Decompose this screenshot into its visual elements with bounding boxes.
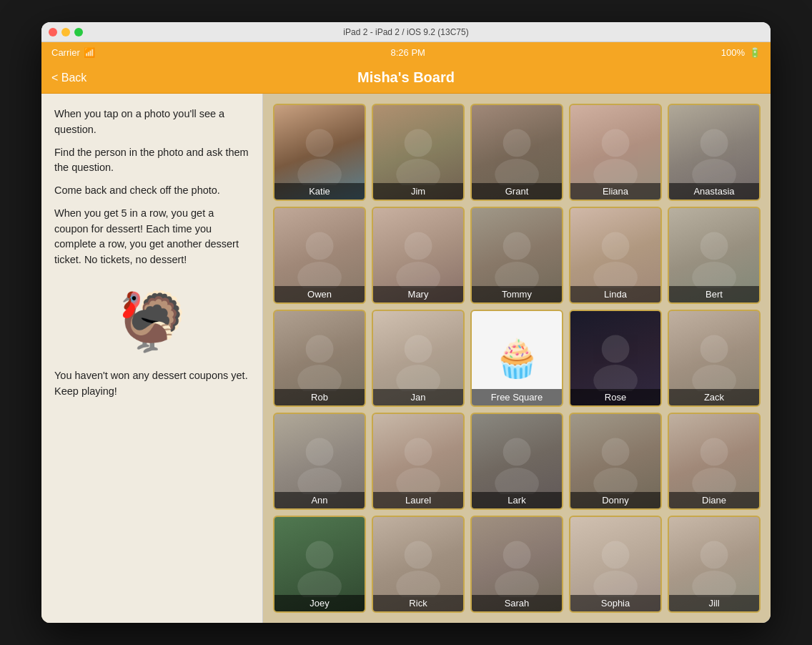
cell-label: Mary — [373, 286, 463, 302]
svg-point-20 — [306, 335, 334, 363]
cell-tommy[interactable]: Tommy — [470, 207, 563, 304]
svg-point-3 — [396, 159, 440, 185]
grid-row-2: Rob Jan🧁Free Square Rose Zack — [273, 310, 761, 407]
cell-label: Joey — [274, 595, 365, 611]
svg-point-25 — [593, 365, 638, 391]
svg-point-28 — [306, 438, 334, 466]
bingo-grid: Katie Jim Grant Eliana Anastasia Owen Ma… — [263, 94, 771, 623]
cell-label: Rick — [373, 595, 463, 611]
svg-point-41 — [396, 571, 440, 597]
grid-row-4: Joey Rick Sarah Sophia Jill — [273, 516, 761, 613]
cell-sarah[interactable]: Sarah — [470, 516, 563, 613]
cell-label: Katie — [274, 183, 365, 200]
ios-status-bar: Carrier 📶 8:26 PM 100% 🔋 — [41, 42, 771, 62]
cell-zack[interactable]: Zack — [668, 310, 761, 407]
svg-point-37 — [692, 468, 736, 494]
cell-donny[interactable]: Donny — [569, 413, 662, 510]
board-title: Misha's Board — [357, 69, 455, 86]
minimize-button[interactable] — [61, 28, 70, 36]
back-button[interactable]: < Back — [51, 72, 86, 84]
svg-point-24 — [602, 335, 630, 363]
cell-joey[interactable]: Joey — [273, 516, 366, 613]
cell-rick[interactable]: Rick — [372, 516, 465, 613]
cell-label: Tommy — [472, 286, 562, 302]
instruction-3: Come back and check off the photo. — [54, 183, 249, 199]
cell-free-square[interactable]: 🧁Free Square — [470, 310, 563, 407]
sidebar: When you tap on a photo you'll see a que… — [41, 94, 263, 623]
cell-label: Eliana — [570, 183, 660, 200]
cell-jim[interactable]: Jim — [372, 104, 465, 201]
cell-label: Laurel — [373, 492, 463, 508]
cell-grant[interactable]: Grant — [470, 104, 563, 201]
battery-icon: 🔋 — [749, 47, 761, 58]
svg-point-26 — [700, 335, 728, 363]
cell-anastasia[interactable]: Anastasia — [668, 104, 761, 201]
svg-point-29 — [297, 468, 342, 494]
cell-lark[interactable]: Lark — [470, 413, 563, 510]
svg-point-13 — [396, 262, 440, 288]
cell-label: Sarah — [472, 595, 562, 611]
status-right: 100% 🔋 — [721, 47, 761, 58]
cell-label: Diane — [669, 492, 759, 508]
svg-point-32 — [503, 438, 531, 466]
cell-jan[interactable]: Jan — [372, 310, 465, 407]
nav-bar: < Back Misha's Board — [41, 62, 771, 94]
cell-linda[interactable]: Linda — [569, 207, 662, 304]
cell-label: Donny — [570, 492, 660, 508]
instructions: When you tap on a photo you'll see a que… — [54, 107, 249, 275]
svg-point-10 — [306, 232, 334, 260]
maximize-button[interactable] — [74, 28, 83, 36]
cell-jill[interactable]: Jill — [668, 516, 761, 613]
cell-ann[interactable]: Ann — [273, 413, 366, 510]
cell-sophia[interactable]: Sophia — [569, 516, 662, 613]
cell-label: Free Square — [472, 389, 562, 405]
svg-point-31 — [396, 468, 440, 494]
cell-label: Sophia — [570, 595, 660, 611]
svg-point-35 — [593, 468, 638, 494]
instruction-2: Find the person in the photo and ask the… — [54, 145, 249, 177]
grid-row-0: Katie Jim Grant Eliana Anastasia — [273, 104, 761, 201]
svg-point-27 — [692, 365, 736, 391]
cell-diane[interactable]: Diane — [668, 413, 761, 510]
svg-point-23 — [396, 365, 440, 391]
svg-point-21 — [297, 365, 342, 391]
cell-laurel[interactable]: Laurel — [372, 413, 465, 510]
cell-label: Rose — [570, 389, 660, 405]
svg-point-15 — [495, 262, 539, 288]
svg-point-1 — [297, 159, 342, 185]
svg-point-17 — [593, 262, 638, 288]
cell-label: Anastasia — [669, 183, 759, 200]
cell-label: Ann — [274, 492, 365, 508]
svg-point-42 — [503, 541, 531, 568]
svg-point-18 — [700, 232, 728, 260]
close-button[interactable] — [49, 28, 57, 36]
svg-point-0 — [306, 129, 334, 157]
cell-rose[interactable]: Rose — [569, 310, 662, 407]
svg-point-36 — [700, 438, 728, 466]
svg-point-39 — [297, 571, 342, 597]
cell-label: Rob — [274, 389, 365, 405]
svg-point-33 — [495, 468, 539, 494]
cell-katie[interactable]: Katie — [273, 104, 366, 201]
cell-bert[interactable]: Bert — [668, 207, 761, 304]
svg-point-46 — [700, 541, 728, 568]
cell-label: Zack — [669, 389, 759, 405]
cell-label: Jill — [669, 595, 759, 611]
svg-point-11 — [297, 262, 342, 288]
cell-label: Owen — [274, 286, 365, 302]
cell-rob[interactable]: Rob — [273, 310, 366, 407]
svg-point-47 — [692, 571, 736, 597]
svg-point-7 — [593, 159, 638, 185]
cell-label: Linda — [570, 286, 660, 302]
svg-point-40 — [405, 541, 432, 568]
cell-label: Grant — [472, 183, 562, 200]
cell-mary[interactable]: Mary — [372, 207, 465, 304]
carrier-label: Carrier — [51, 47, 80, 58]
simulator-title: iPad 2 - iPad 2 / iOS 9.2 (13C75) — [343, 27, 468, 37]
cell-eliana[interactable]: Eliana — [569, 104, 662, 201]
svg-point-12 — [405, 232, 432, 260]
svg-point-22 — [405, 335, 432, 363]
cell-owen[interactable]: Owen — [273, 207, 366, 304]
svg-point-30 — [405, 438, 432, 466]
svg-point-45 — [593, 571, 638, 597]
